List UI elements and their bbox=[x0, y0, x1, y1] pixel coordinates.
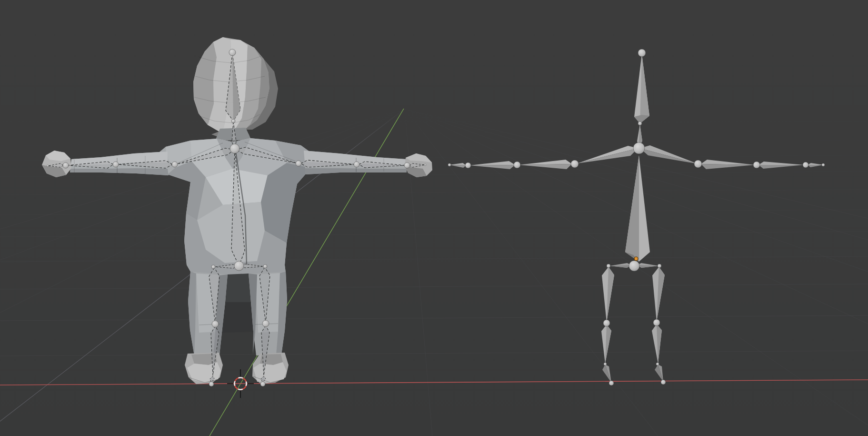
viewport-3d-scene[interactable] bbox=[0, 0, 868, 436]
horizon-fade bbox=[0, 106, 868, 161]
object-origin-dot bbox=[634, 257, 638, 261]
blender-viewport[interactable] bbox=[0, 0, 868, 436]
viewport-background[interactable] bbox=[0, 0, 868, 436]
